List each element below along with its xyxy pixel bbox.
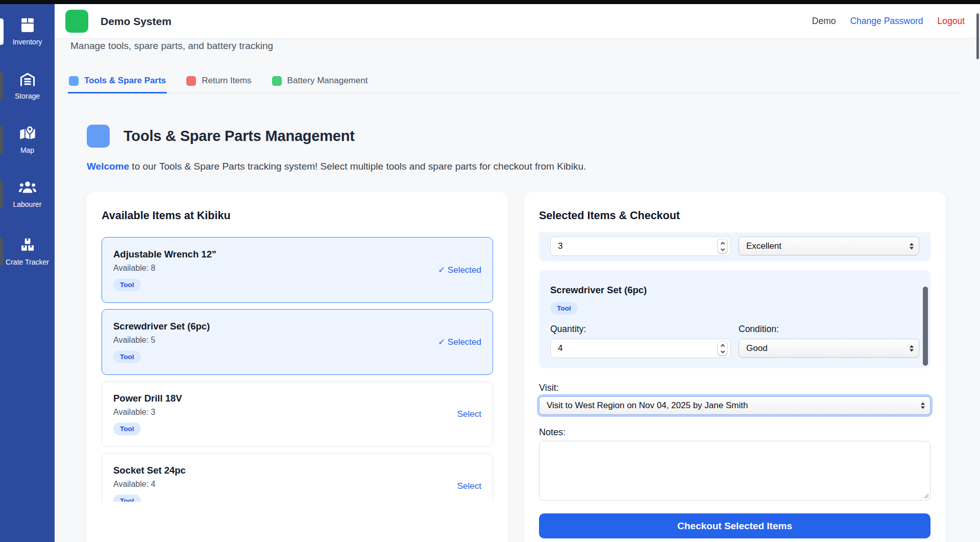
item-type-badge: Tool (113, 422, 141, 435)
available-items-panel: Available Items at Kibiku Adjustable Wre… (86, 192, 508, 542)
item-card-screwdriver-set[interactable]: Screwdriver Set (6pc) Available: 5 Tool … (102, 309, 493, 375)
inventory-box-icon (19, 17, 36, 33)
page-title-row: Tools & Spare Parts Management (87, 125, 355, 148)
item-card-socket-set[interactable]: Socket Set 24pc Available: 4 Tool Select (102, 453, 493, 502)
sidebar-item-labourer[interactable]: Labourer (0, 173, 55, 216)
inactive-indicator (0, 180, 3, 208)
map-pin-icon (19, 125, 36, 142)
sidebar-item-inventory[interactable]: Inventory (0, 10, 55, 53)
condition-value: Excellent (746, 241, 781, 251)
select-arrows-icon (921, 403, 925, 409)
item-availability: Available: 3 (113, 408, 182, 417)
selected-item-card-partial: Excellent (539, 232, 930, 262)
warehouse-icon (19, 71, 36, 87)
notes-label: Notes: (539, 427, 930, 438)
item-availability: Available: 8 (113, 264, 216, 273)
return-tab-icon (186, 76, 196, 86)
notes-textarea[interactable] (539, 441, 930, 501)
visit-value: Visit to West Region on Nov 04, 2025 by … (547, 400, 748, 411)
notes-field (539, 441, 930, 501)
welcome-text: Welcome to our Tools & Spare Parts track… (87, 161, 586, 172)
item-availability: Available: 4 (113, 480, 186, 489)
condition-value: Good (746, 343, 768, 354)
item-selected-label[interactable]: ✓ Selected (438, 337, 481, 347)
visit-label: Visit: (539, 383, 930, 393)
tab-label: Return Items (202, 76, 251, 86)
logout-link[interactable]: Logout (937, 16, 965, 27)
item-name: Adjustable Wrench 12" (113, 249, 216, 260)
sidebar-item-label: Crate Tracker (6, 257, 49, 267)
tools-tab-icon (69, 76, 79, 86)
user-name: Demo (812, 16, 836, 27)
tab-label: Battery Management (287, 76, 368, 86)
condition-select[interactable]: Excellent (739, 237, 919, 255)
active-indicator (0, 18, 4, 45)
item-type-badge: Tool (113, 278, 141, 291)
item-name: Screwdriver Set (6pc) (113, 321, 210, 332)
item-select-link[interactable]: Select (457, 409, 481, 419)
sidebar-item-map[interactable]: Map (0, 119, 55, 161)
item-availability: Available: 5 (113, 336, 210, 345)
checkout-heading: Selected Items & Checkout (539, 209, 930, 222)
item-selected-label[interactable]: ✓ Selected (438, 265, 481, 275)
condition-field: Condition: Good (739, 324, 919, 358)
welcome-rest: to our Tools & Spare Parts tracking syst… (129, 161, 586, 172)
tab-bar: Tools & Spare Parts Return Items Battery… (68, 75, 963, 93)
tab-tools-spare-parts[interactable]: Tools & Spare Parts (68, 75, 167, 93)
condition-label: Condition: (739, 324, 919, 335)
selected-item-name: Screwdriver Set (6pc) (550, 285, 919, 296)
quantity-input[interactable] (550, 339, 731, 358)
stepper-icon[interactable] (718, 240, 727, 253)
tab-return-items[interactable]: Return Items (185, 75, 252, 93)
checkout-button[interactable]: Checkout Selected Items (539, 513, 930, 538)
quantity-label: Quantity: (550, 324, 731, 335)
item-info: Power Drill 18V Available: 3 Tool (113, 393, 182, 435)
page-title: Tools & Spare Parts Management (124, 128, 355, 145)
item-info: Adjustable Wrench 12" Available: 8 Tool (113, 249, 216, 291)
sidebar-item-label: Inventory (13, 37, 42, 46)
inactive-indicator (0, 72, 3, 100)
checkout-panel: Selected Items & Checkout Excellent (524, 192, 946, 542)
sidebar-item-crate-tracker[interactable]: Crate Tracker (0, 227, 55, 277)
item-type-badge: Tool (550, 302, 578, 315)
quantity-field: Quantity: (550, 324, 731, 358)
people-icon (18, 179, 37, 196)
welcome-word: Welcome (87, 161, 129, 172)
app-title: Demo System (101, 15, 172, 28)
crates-icon (19, 237, 36, 253)
tab-label: Tools & Spare Parts (84, 76, 166, 86)
item-info: Screwdriver Set (6pc) Available: 5 Tool (113, 321, 210, 363)
select-arrows-icon (910, 243, 914, 249)
item-card-adjustable-wrench[interactable]: Adjustable Wrench 12" Available: 8 Tool … (102, 237, 493, 303)
battery-tab-icon (272, 76, 282, 86)
app-logo (65, 10, 88, 33)
sidebar-item-storage[interactable]: Storage (0, 64, 55, 107)
sidebar: Inventory Storage Map (0, 4, 55, 542)
available-items-list: Adjustable Wrench 12" Available: 8 Tool … (102, 237, 493, 502)
app-header: Demo System Demo Change Password Logout (55, 4, 980, 39)
condition-select[interactable]: Good (739, 339, 919, 358)
select-arrows-icon (910, 345, 914, 351)
header-links: Demo Change Password Logout (812, 16, 965, 27)
available-items-heading: Available Items at Kibiku (102, 209, 493, 222)
inactive-indicator (0, 126, 3, 154)
inactive-indicator (0, 238, 3, 266)
tab-battery-management[interactable]: Battery Management (271, 75, 369, 93)
stepper-icon[interactable] (718, 342, 727, 356)
item-card-power-drill[interactable]: Power Drill 18V Available: 3 Tool Select (102, 381, 493, 447)
selected-items-scroll-area[interactable]: Excellent Screwdriver Set (6pc) Tool Qua… (539, 232, 930, 380)
page-subtitle: Manage tools, spare parts, and battery t… (70, 40, 273, 52)
change-password-link[interactable]: Change Password (850, 16, 923, 27)
item-info: Socket Set 24pc Available: 4 Tool (113, 465, 186, 502)
sidebar-item-label: Labourer (13, 200, 41, 209)
visit-select[interactable]: Visit to West Region on Nov 04, 2025 by … (539, 396, 930, 415)
page-scrollbar-thumb[interactable] (976, 13, 979, 59)
sidebar-item-label: Storage (15, 91, 40, 101)
selected-items-scrollbar-thumb[interactable] (923, 287, 928, 366)
item-name: Socket Set 24pc (113, 465, 186, 476)
sidebar-item-label: Map (20, 146, 34, 155)
item-select-link[interactable]: Select (457, 481, 481, 491)
quantity-input[interactable] (550, 237, 731, 256)
item-name: Power Drill 18V (113, 393, 182, 404)
item-type-badge: Tool (113, 494, 141, 502)
